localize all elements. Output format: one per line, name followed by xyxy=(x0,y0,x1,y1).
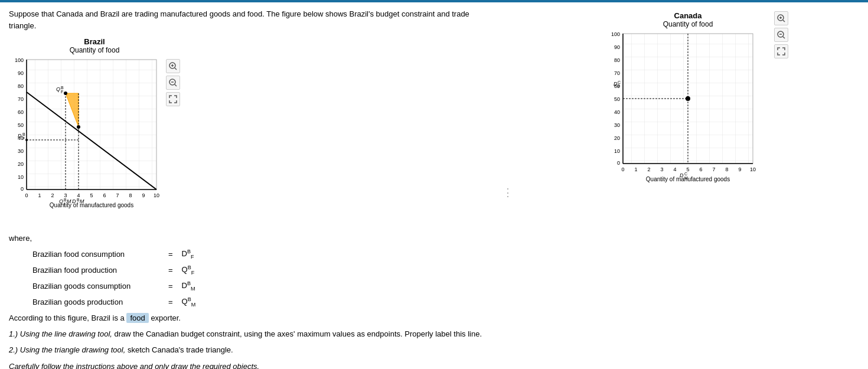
answer-suffix: exporter. xyxy=(151,314,181,322)
svg-text:30: 30 xyxy=(18,148,24,154)
eq-label-3: Brazilian goods consumption xyxy=(32,282,162,290)
svg-line-53 xyxy=(175,84,177,86)
eq-label-1: Brazilian food consumption xyxy=(32,250,162,259)
answer-prefix: According to this figure, Brazil is a xyxy=(9,314,125,322)
brazil-chart-area: 100 90 80 70 60 50 40 30 20 10 0 xyxy=(9,57,180,228)
zoom-in-icon xyxy=(169,62,177,70)
svg-text:30: 30 xyxy=(614,122,620,128)
svg-text:Q: Q xyxy=(59,198,63,204)
eq-symbol-3: DBM xyxy=(182,280,195,292)
svg-text:0: 0 xyxy=(621,166,624,172)
svg-rect-0 xyxy=(27,60,156,190)
svg-text:8: 8 xyxy=(129,192,132,198)
equations-table: Brazilian food consumption = DBF Brazili… xyxy=(32,249,499,308)
svg-line-60 xyxy=(783,37,785,38)
svg-text:100: 100 xyxy=(611,31,620,37)
eq-row-4: Brazilian goods production = QBM xyxy=(32,296,499,308)
canada-zoom-out[interactable] xyxy=(774,28,788,42)
svg-text:M: M xyxy=(80,198,84,204)
svg-text:10: 10 xyxy=(154,192,159,198)
brazil-zoom-out[interactable] xyxy=(166,76,180,90)
svg-text:40: 40 xyxy=(614,109,620,115)
svg-text:8: 8 xyxy=(725,166,728,172)
left-panel: Suppose that Canada and Brazil are tradi… xyxy=(9,8,499,369)
svg-text:D: D xyxy=(680,172,684,178)
brazil-chart-container: Brazil Quantity of food xyxy=(9,37,180,228)
svg-text:F: F xyxy=(61,90,63,94)
svg-text:50: 50 xyxy=(614,96,620,102)
svg-text:7: 7 xyxy=(712,166,715,172)
svg-text:B: B xyxy=(22,132,25,136)
svg-text:9: 9 xyxy=(142,192,145,198)
brazil-chart-title: Brazil xyxy=(9,37,180,46)
svg-text:D: D xyxy=(18,133,22,139)
where-section: where, xyxy=(9,234,499,243)
answer-line: According to this figure, Brazil is a fo… xyxy=(9,314,499,322)
svg-text:50: 50 xyxy=(18,122,24,128)
brazil-chart-subtitle: Quantity of food xyxy=(9,46,180,54)
eq-symbol-1: DBF xyxy=(182,249,194,260)
svg-text:20: 20 xyxy=(18,161,24,167)
instruction-1: 1.) Using the line drawing tool, draw th… xyxy=(9,328,499,340)
svg-text:I: I xyxy=(64,202,65,206)
brazil-zoom-controls xyxy=(166,59,180,228)
where-label: where, xyxy=(9,234,32,243)
svg-text:80: 80 xyxy=(18,83,24,89)
svg-text:F: F xyxy=(22,136,25,141)
eq-symbol-2: QBF xyxy=(182,264,195,276)
expand-icon-canada xyxy=(777,47,785,55)
canada-chart-title: Canada xyxy=(605,11,771,20)
svg-line-57 xyxy=(783,20,785,22)
svg-text:B: B xyxy=(61,86,64,90)
eq-label-2: Brazilian food production xyxy=(32,266,162,275)
svg-text:D: D xyxy=(614,81,618,87)
instruction-3: Carefully follow the instructions above … xyxy=(9,361,499,369)
svg-text:0: 0 xyxy=(617,160,620,166)
svg-text:80: 80 xyxy=(614,57,620,63)
svg-text:7: 7 xyxy=(116,192,119,198)
answer-word: food xyxy=(126,313,148,323)
svg-text:M: M xyxy=(684,176,688,180)
question-intro: Suppose that Canada and Brazil are tradi… xyxy=(9,8,481,31)
main-container: Suppose that Canada and Brazil are tradi… xyxy=(0,2,868,369)
svg-text:2: 2 xyxy=(51,192,54,198)
eq-row-2: Brazilian food production = QBF xyxy=(32,264,499,276)
svg-line-50 xyxy=(175,68,177,70)
brazil-zoom-in[interactable] xyxy=(166,59,180,73)
svg-text:100: 100 xyxy=(15,57,24,63)
expand-icon xyxy=(169,95,177,103)
svg-text:4: 4 xyxy=(673,166,676,172)
right-panel: Canada Quantity of food 100 90 80 70 60 … xyxy=(517,8,859,369)
svg-text:3: 3 xyxy=(660,166,663,172)
brazil-expand[interactable] xyxy=(166,92,180,106)
eq-symbol-4: QBM xyxy=(182,296,196,308)
canada-expand[interactable] xyxy=(774,44,788,58)
svg-text:90: 90 xyxy=(18,70,24,76)
charts-row: Brazil Quantity of food xyxy=(9,37,499,228)
svg-text:60: 60 xyxy=(18,109,24,115)
svg-text:20: 20 xyxy=(614,135,620,141)
svg-text:70: 70 xyxy=(614,70,620,76)
instruction-2: 2.) Using the triangle drawing tool, ske… xyxy=(9,344,499,356)
svg-text:Q: Q xyxy=(56,86,60,92)
canada-svg[interactable]: 100 90 80 70 60 50 40 30 20 10 0 0 1 2 3… xyxy=(605,31,771,214)
svg-text:2: 2 xyxy=(647,166,650,172)
svg-text:5: 5 xyxy=(90,192,93,198)
svg-text:0: 0 xyxy=(21,186,24,192)
svg-text:70: 70 xyxy=(18,96,24,102)
eq-row-3: Brazilian goods consumption = DBM xyxy=(32,280,499,292)
svg-text:F: F xyxy=(618,84,620,89)
eq-label-4: Brazilian goods production xyxy=(32,298,162,306)
eq-row-1: Brazilian food consumption = DBF xyxy=(32,249,499,260)
svg-text:C: C xyxy=(618,80,621,84)
svg-text:D: D xyxy=(72,198,76,204)
canada-zoom-in[interactable] xyxy=(774,11,788,25)
svg-text:10: 10 xyxy=(750,166,756,172)
brazil-chart-wrapper: 100 90 80 70 60 50 40 30 20 10 0 xyxy=(9,57,162,228)
svg-text:1: 1 xyxy=(634,166,637,172)
zoom-out-icon xyxy=(169,79,177,87)
canada-zoom-controls xyxy=(774,11,788,58)
panel-divider[interactable]: ⋮ xyxy=(505,8,511,369)
svg-text:90: 90 xyxy=(614,44,620,50)
brazil-svg: 100 90 80 70 60 50 40 30 20 10 0 xyxy=(9,57,162,228)
